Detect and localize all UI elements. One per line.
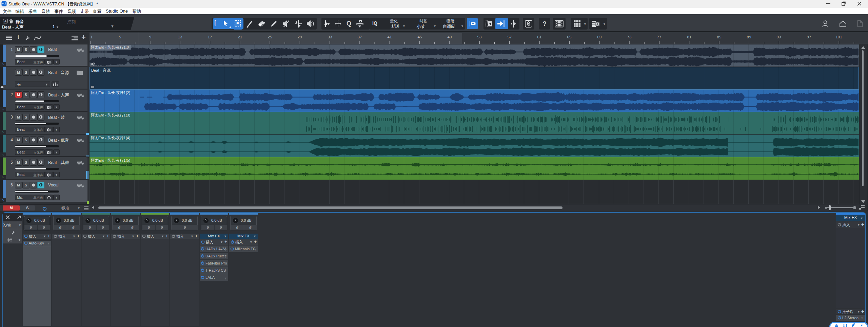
svg-text:A: A (4, 19, 6, 23)
